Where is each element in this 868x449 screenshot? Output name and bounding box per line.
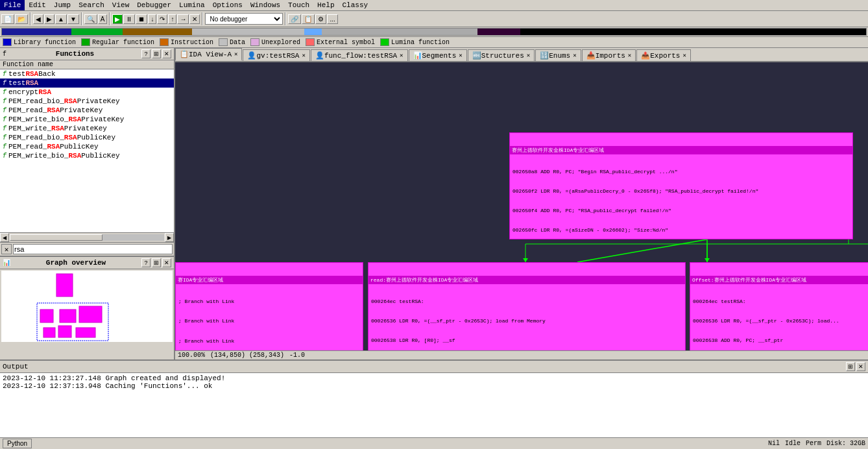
tab-structures[interactable]: 🔤 Structures ✕ (468, 49, 535, 61)
tab-imp-label: Imports (596, 52, 625, 60)
func-item-7[interactable]: f PEM_read_bio_RSAPublicKey (0, 133, 174, 142)
toolbar-back[interactable]: ◀ (33, 14, 43, 24)
output-line-1: 2023-12-10 11:23:27.148 Graph created an… (3, 374, 865, 382)
func-item-2[interactable]: f encryptRSA (0, 88, 174, 97)
tab-exports[interactable]: 📤 Exports ✕ (636, 49, 691, 61)
scroll-track[interactable] (10, 234, 164, 241)
menu-search[interactable]: Search (75, 0, 108, 10)
code-block-2[interactable]: 赛IDA专业汇编区域 ; Branch with Link ; Branch w… (175, 262, 363, 359)
toolbar-search[interactable]: 🔍 (84, 14, 97, 24)
func-item-6[interactable]: f PEM_write_RSAPrivateKey (0, 124, 174, 133)
tab-ida-close[interactable]: ✕ (234, 51, 237, 58)
toolbar-up[interactable]: ▲ (55, 14, 67, 24)
scroll-thumb[interactable] (10, 234, 102, 241)
toolbar-over[interactable]: ↷ (157, 14, 167, 24)
menu-windows[interactable]: Windows (247, 0, 284, 10)
debugger-select[interactable]: No debugger (205, 13, 283, 25)
block2-header: 赛IDA专业汇编区域 (176, 276, 363, 284)
func-icon-6: f (3, 125, 6, 132)
menu-jump[interactable]: Jump (50, 0, 75, 10)
tab-ida-view[interactable]: 📋 IDA View-A ✕ (175, 48, 242, 61)
graph-overview-panel: 📊 Graph overview ? ⊞ ✕ (0, 256, 174, 359)
func-icon-3: f (3, 98, 6, 105)
toolbar-dn[interactable]: ▼ (67, 14, 79, 24)
output-close-btn[interactable]: ✕ (856, 362, 865, 371)
toolbar-step[interactable]: ↓ (148, 14, 156, 24)
tab-ff-icon: 👤 (315, 51, 324, 60)
tab-str-label: Structures (481, 52, 524, 60)
scroll-right[interactable]: ▶ (165, 233, 174, 242)
output-float-btn[interactable]: ⊞ (846, 362, 855, 371)
svg-rect-0 (56, 274, 73, 297)
panel-close-btn[interactable]: ✕ (162, 49, 171, 58)
tab-seg-close[interactable]: ✕ (459, 52, 462, 59)
menu-options[interactable]: Options (209, 0, 247, 10)
block3-line2: 00026536 LDR R0, =(__sf_ptr - 0x2653C); … (371, 318, 682, 324)
tab-gv-close[interactable]: ✕ (302, 52, 305, 59)
func-hscroll[interactable]: ◀ ▶ (0, 232, 174, 242)
graph-help-btn[interactable]: ? (141, 258, 151, 267)
graph-panel-controls: ? ⊞ ✕ (141, 258, 171, 267)
tab-str-close[interactable]: ✕ (527, 52, 530, 59)
graph-close-btn[interactable]: ✕ (162, 258, 171, 267)
menu-touch[interactable]: Touch (284, 0, 313, 10)
status-idle: Idle (785, 440, 801, 447)
graph-overview-header: 📊 Graph overview ? ⊞ ✕ (0, 257, 174, 269)
panel-help-btn[interactable]: ? (141, 49, 151, 58)
search-input[interactable] (13, 244, 173, 254)
svg-rect-3 (79, 306, 102, 322)
menu-file[interactable]: File (0, 0, 25, 10)
code-block-3[interactable]: read:赛州上德软件开发金株IDA专业汇编区域 000264ec testRS… (368, 262, 686, 359)
func-item-3[interactable]: f PEM_read_bio_RSAPrivateKey (0, 97, 174, 106)
graph-float-btn[interactable]: ⊞ (152, 258, 161, 267)
func-name-4: PEM_read_RSAPrivateKey (8, 106, 102, 114)
functions-list[interactable]: f testRSABack f testRSA f encryptRSA f P… (0, 69, 174, 232)
func-icon-9: f (3, 152, 6, 160)
func-item-5[interactable]: f PEM_write_bio_RSAPrivateKey (0, 115, 174, 124)
toolbar-attach[interactable]: 🔗 (288, 14, 301, 24)
toolbar-open[interactable]: 📂 (15, 14, 28, 24)
search-clear-btn[interactable]: ✕ (1, 244, 12, 254)
func-item-1[interactable]: f testRSA (0, 79, 174, 88)
tab-func-flow[interactable]: 👤 func_flow:testRSA ✕ (311, 49, 408, 61)
tab-gv[interactable]: 👤 gv:testRSA ✕ (243, 49, 309, 61)
python-tab[interactable]: Python (3, 439, 32, 448)
code-block-1[interactable]: 赛州上德软件开发金株IDA专业汇编区域 002650a8 ADD R0, PC;… (509, 132, 853, 239)
toolbar-modules[interactable]: 📋 (302, 14, 315, 24)
toolbar-new[interactable]: 📄 (1, 14, 14, 24)
toolbar-runto[interactable]: → (177, 14, 189, 24)
tab-segments[interactable]: 📊 Segments ✕ (409, 49, 467, 61)
menu-lumina[interactable]: Lumina (175, 0, 209, 10)
panel-float-btn[interactable]: ⊞ (152, 49, 161, 58)
menu-help[interactable]: Help (313, 0, 338, 10)
tab-enums[interactable]: 🔢 Enums ✕ (535, 49, 581, 61)
func-item-4[interactable]: f PEM_read_RSAPrivateKey (0, 106, 174, 115)
menu-edit[interactable]: Edit (25, 0, 49, 10)
toolbar-stop[interactable]: ⏹ (136, 14, 147, 24)
tab-enum-close[interactable]: ✕ (573, 52, 576, 59)
graph-canvas[interactable] (1, 271, 173, 342)
content-area[interactable]: 赛州上德软件开发金株IDA专业汇编区域 002650a8 ADD R0, PC;… (175, 62, 868, 359)
toolbar-out[interactable]: ↑ (168, 14, 176, 24)
tab-exp-close[interactable]: ✕ (682, 52, 686, 59)
tab-ff-close[interactable]: ✕ (400, 52, 403, 59)
toolbar-fwd[interactable]: ▶ (44, 14, 54, 24)
menu-debugger[interactable]: Debugger (133, 0, 175, 10)
toolbar-more[interactable]: ... (327, 14, 337, 24)
toolbar-kill[interactable]: ✕ (189, 14, 200, 24)
scroll-left[interactable]: ◀ (0, 233, 9, 242)
toolbar-hex[interactable]: A (98, 14, 108, 24)
func-item-0[interactable]: f testRSABack (0, 69, 174, 79)
tab-imports[interactable]: 📥 Imports ✕ (582, 49, 636, 61)
toolbar-settings[interactable]: ⚙ (315, 14, 326, 24)
func-item-9[interactable]: f PEM_write_bio_RSAPublicKey (0, 151, 174, 160)
menu-classy[interactable]: Classy (339, 0, 372, 10)
toolbar-run[interactable]: ▶ (112, 14, 123, 24)
code-block-4[interactable]: Offset:赛州上德软件开发金株IDA专业汇编区域 000264ec test… (690, 262, 868, 359)
menu-view[interactable]: View (108, 0, 133, 10)
tab-imp-close[interactable]: ✕ (628, 52, 631, 59)
legend-data: Data (219, 38, 245, 46)
legend-data-label: Data (230, 39, 245, 46)
toolbar-pause[interactable]: ⏸ (123, 14, 135, 24)
func-item-8[interactable]: f PEM_read_RSAPublicKey (0, 142, 174, 151)
